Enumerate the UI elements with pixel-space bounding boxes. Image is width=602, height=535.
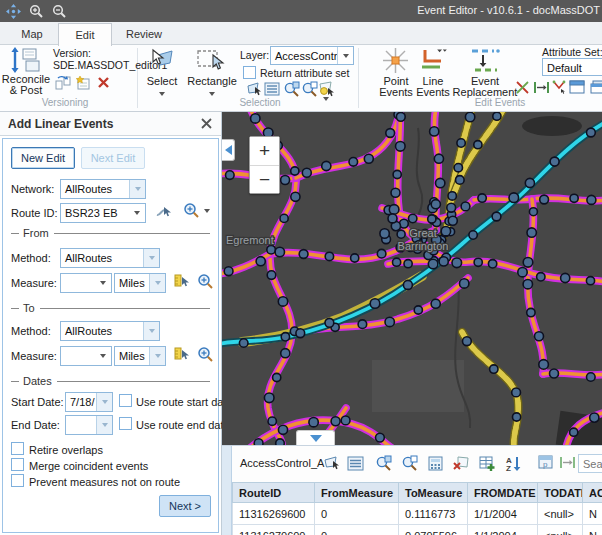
event-point-marker[interactable] — [523, 258, 533, 268]
event-point-marker[interactable] — [275, 247, 284, 256]
measure-event-icon[interactable] — [533, 80, 549, 96]
layer-select-caret[interactable] — [337, 47, 353, 64]
table-measure-icon[interactable] — [559, 455, 576, 472]
from-measure-on-map-icon[interactable] — [173, 273, 190, 290]
event-point-marker[interactable] — [523, 280, 532, 289]
event-point-marker[interactable] — [331, 417, 340, 426]
event-point-marker[interactable] — [278, 425, 287, 434]
event-point-marker[interactable] — [309, 418, 318, 427]
event-point-marker[interactable] — [448, 192, 456, 200]
event-point-marker[interactable] — [393, 170, 401, 178]
event-point-marker[interactable] — [281, 176, 290, 185]
tab-map[interactable]: Map — [6, 23, 58, 45]
event-point-marker[interactable] — [490, 365, 498, 373]
table-identify-icon[interactable]: p — [537, 455, 554, 472]
table-select-icon[interactable] — [323, 455, 340, 472]
event-point-marker[interactable] — [570, 194, 578, 202]
new-edit-button[interactable]: New Edit — [11, 147, 75, 169]
tab-edit[interactable]: Edit — [58, 23, 112, 46]
event-point-marker[interactable] — [474, 258, 482, 266]
to-measure-caret[interactable] — [95, 347, 111, 365]
event-point-marker[interactable] — [448, 216, 457, 225]
event-point-marker[interactable] — [518, 268, 527, 277]
rectangle-dropdown-caret[interactable] — [209, 92, 215, 96]
to-zoom-icon[interactable] — [197, 346, 214, 363]
event-point-marker[interactable] — [461, 202, 470, 211]
start-date-input[interactable]: 7/18/ — [65, 392, 113, 412]
event-point-marker[interactable] — [389, 205, 399, 215]
from-measure-input[interactable] — [60, 273, 112, 293]
select-route-icon[interactable] — [155, 203, 172, 220]
clear-selection-caret[interactable] — [323, 97, 329, 101]
event-point-marker[interactable] — [349, 158, 358, 167]
event-point-marker[interactable] — [396, 142, 406, 152]
to-measure-input[interactable] — [60, 346, 112, 366]
event-point-marker[interactable] — [587, 373, 596, 382]
line-events-icon[interactable] — [418, 47, 448, 74]
event-point-marker[interactable] — [280, 214, 288, 222]
event-point-marker[interactable] — [431, 299, 440, 308]
event-point-marker[interactable] — [447, 203, 456, 212]
network-select-caret[interactable] — [129, 180, 145, 198]
event-point-marker[interactable] — [325, 318, 334, 327]
event-point-marker[interactable] — [385, 317, 394, 326]
layer-select[interactable]: AccessControl_A — [270, 46, 354, 65]
event-point-marker[interactable] — [296, 329, 305, 338]
event-point-marker[interactable] — [436, 178, 445, 187]
event-point-marker[interactable] — [488, 260, 496, 268]
event-point-marker[interactable] — [299, 250, 308, 259]
event-point-marker[interactable] — [428, 215, 436, 223]
event-point-marker[interactable] — [370, 299, 380, 309]
pan-icon[interactable] — [5, 3, 21, 19]
reconcile-post-button[interactable]: Reconcile & Post — [0, 74, 52, 96]
event-point-marker[interactable] — [267, 245, 276, 254]
event-point-marker[interactable] — [460, 279, 469, 288]
from-unit-select[interactable]: Miles — [114, 273, 166, 293]
select-button[interactable]: Select — [140, 76, 184, 98]
column-header[interactable]: TODATE — [538, 483, 583, 503]
event-point-marker[interactable] — [463, 337, 472, 346]
event-point-marker[interactable] — [322, 161, 331, 170]
event-point-marker[interactable] — [452, 258, 462, 268]
merge-events-icon[interactable] — [552, 80, 568, 96]
event-point-marker[interactable] — [478, 194, 486, 202]
reconcile-post-icon[interactable] — [10, 47, 44, 75]
table-splitter[interactable] — [222, 446, 232, 535]
event-point-marker[interactable] — [302, 168, 311, 177]
event-point-marker[interactable] — [391, 188, 400, 197]
event-point-marker[interactable] — [403, 280, 412, 289]
event-point-marker[interactable] — [325, 252, 333, 260]
event-point-marker[interactable] — [513, 413, 521, 421]
event-point-marker[interactable] — [386, 129, 395, 138]
pan-to-selected-icon[interactable] — [301, 81, 317, 97]
event-point-marker[interactable] — [540, 195, 549, 204]
event-point-marker[interactable] — [278, 297, 287, 306]
to-method-select[interactable]: AllRoutes — [60, 321, 160, 341]
event-point-marker[interactable] — [281, 349, 290, 358]
zoom-in-icon[interactable] — [28, 3, 44, 19]
end-date-caret[interactable] — [96, 416, 112, 434]
delete-version-icon[interactable] — [96, 75, 112, 91]
event-point-marker[interactable] — [273, 373, 281, 381]
merge-coincident-checkbox[interactable] — [11, 458, 24, 471]
zoom-to-selected-icon[interactable] — [283, 81, 299, 97]
event-point-marker[interactable] — [224, 267, 233, 276]
use-route-end-date-checkbox[interactable] — [119, 417, 132, 430]
tab-review[interactable]: Review — [112, 23, 176, 45]
zoom-to-route-icon[interactable] — [183, 202, 200, 219]
column-header[interactable]: AC — [583, 483, 602, 503]
event-point-marker[interactable] — [492, 212, 501, 221]
event-point-marker[interactable] — [550, 157, 559, 166]
network-select[interactable]: AllRoutes — [60, 179, 146, 199]
next-edit-button[interactable]: Next Edit — [81, 147, 145, 169]
collapse-table-button[interactable] — [296, 430, 335, 445]
to-unit-caret[interactable] — [149, 347, 165, 365]
from-method-caret[interactable] — [143, 249, 159, 267]
event-point-marker[interactable] — [570, 428, 578, 436]
close-icon[interactable] — [200, 117, 213, 130]
event-point-marker[interactable] — [267, 271, 276, 280]
event-point-marker[interactable] — [377, 249, 386, 258]
event-point-marker[interactable] — [561, 273, 570, 282]
end-date-input[interactable] — [65, 415, 113, 435]
event-point-marker[interactable] — [590, 413, 599, 422]
